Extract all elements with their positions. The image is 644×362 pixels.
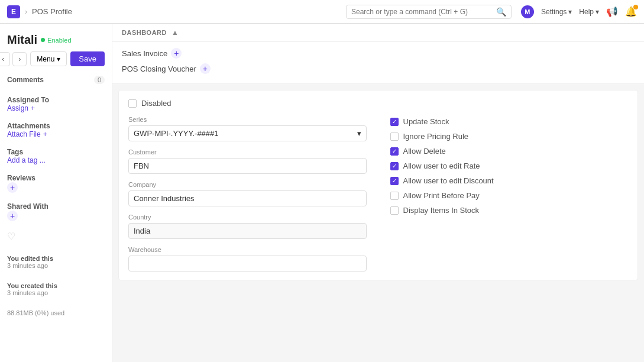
page-title: Mitali [7, 33, 37, 47]
disabled-checkbox[interactable] [128, 99, 137, 108]
search-icon: 🔍 [496, 7, 506, 17]
dashboard-chevron-icon[interactable]: ▲ [171, 28, 179, 37]
assign-link[interactable]: Assign + [7, 104, 105, 112]
sales-invoice-label: Sales Invoice [122, 49, 167, 58]
avatar: M [521, 5, 534, 18]
checkbox-0[interactable]: ✓ [390, 118, 399, 126]
check-icon: ✓ [392, 118, 397, 125]
bell-icon[interactable]: 🔔 [625, 6, 637, 17]
checkbox-label-5: Allow Print Before Pay [403, 191, 480, 200]
app-logo: E [7, 5, 20, 18]
dashboard-title: DASHBOARD [122, 29, 167, 36]
shared-with-label: Shared With [7, 202, 105, 211]
company-input[interactable] [128, 190, 367, 206]
like-button[interactable]: ♡ [7, 231, 105, 242]
menu-chevron-icon: ▾ [57, 55, 60, 63]
disabled-label: Disabled [141, 99, 171, 108]
assign-plus-icon: + [31, 104, 35, 112]
add-tag-link[interactable]: Add a tag ... [7, 156, 105, 164]
checkbox-item: ✓Allow Delete [390, 147, 629, 156]
sales-invoice-card[interactable]: Sales Invoice + [122, 48, 635, 59]
form-grid: Series GWP-MPI-.YYYY.-####1 ▾ Customer C… [128, 116, 628, 272]
create-meta: You created this 3 minutes ago [7, 282, 105, 296]
shared-with-add-button[interactable]: + [7, 211, 18, 221]
sidebar: Mitali Enabled 🖨 ‹ › Menu ▾ Save [0, 24, 112, 362]
edit-meta: You edited this 3 minutes ago [7, 255, 105, 269]
save-button[interactable]: Save [70, 51, 105, 66]
pos-closing-voucher-add-button[interactable]: + [200, 63, 211, 74]
check-icon: ✓ [392, 163, 397, 169]
reviews-add-button[interactable]: + [7, 182, 18, 193]
megaphone-icon: 📢 [606, 6, 618, 17]
help-button[interactable]: Help ▾ [579, 8, 599, 16]
content-area: DASHBOARD ▲ Sales Invoice + POS Closing … [112, 24, 644, 362]
series-select[interactable]: GWP-MPI-.YYYY.-####1 ▾ [128, 125, 367, 141]
series-chevron-icon: ▾ [357, 129, 361, 138]
dashboard-cards: Sales Invoice + POS Closing Voucher + [112, 42, 644, 84]
company-group: Company [128, 181, 367, 206]
status-dot [41, 38, 45, 42]
help-chevron-icon: ▾ [596, 8, 599, 16]
assigned-to-section: Assigned To Assign + [7, 96, 105, 112]
checkbox-item: ✓Update Stock [390, 117, 629, 126]
checkbox-4[interactable]: ✓ [390, 177, 399, 185]
nav-right-arrow[interactable]: › [12, 52, 27, 66]
settings-chevron-icon: ▾ [568, 8, 572, 16]
customer-label: Customer [128, 148, 367, 156]
country-label: Country [128, 214, 367, 221]
tags-section: Tags Add a tag ... [7, 148, 105, 164]
search-bar[interactable]: 🔍 [346, 5, 512, 19]
settings-button[interactable]: Settings ▾ [541, 8, 572, 16]
comments-label: Comments [7, 76, 44, 84]
checkbox-label-2: Allow Delete [403, 147, 446, 156]
warehouse-label: Warehouse [128, 246, 367, 253]
storage-info: 88.81MB (0%) used [7, 309, 105, 316]
checkbox-1[interactable] [390, 132, 399, 141]
form-section: Disabled Series GWP-MPI-.YYYY.-####1 ▾ C… [118, 90, 638, 280]
breadcrumb-chevron: › [25, 8, 27, 16]
pos-closing-voucher-card[interactable]: POS Closing Voucher + [122, 63, 635, 74]
comments-section: Comments 0 [7, 76, 105, 86]
checkbox-6[interactable] [390, 206, 399, 215]
company-label: Company [128, 181, 367, 188]
checkbox-label-3: Allow user to edit Rate [403, 161, 480, 170]
checkbox-label-1: Ignore Pricing Rule [403, 132, 469, 141]
menu-button[interactable]: Menu ▾ [30, 51, 67, 66]
checkbox-item: ✓Allow user to edit Discount [390, 176, 629, 185]
checkbox-2[interactable]: ✓ [390, 147, 399, 156]
checkbox-label-0: Update Stock [403, 117, 449, 126]
checkbox-3[interactable]: ✓ [390, 162, 399, 170]
checkbox-label-6: Display Items In Stock [403, 206, 480, 215]
checkbox-group: ✓Update StockIgnore Pricing Rule✓Allow D… [390, 116, 629, 272]
checkbox-item: Ignore Pricing Rule [390, 132, 629, 141]
attach-plus-icon: + [43, 130, 47, 138]
status-badge: Enabled [41, 37, 71, 44]
customer-input[interactable] [128, 158, 367, 174]
warehouse-group: Warehouse [128, 246, 367, 272]
check-icon: ✓ [392, 177, 397, 184]
series-group: Series GWP-MPI-.YYYY.-####1 ▾ [128, 116, 367, 141]
page-breadcrumb: POS Profile [32, 7, 72, 16]
attach-file-link[interactable]: Attach File + [7, 130, 105, 138]
attachments-section: Attachments Attach File + [7, 122, 105, 138]
nav-left-arrow[interactable]: ‹ [0, 52, 10, 66]
pos-closing-voucher-label: POS Closing Voucher [122, 64, 196, 73]
country-group: Country India [128, 214, 367, 239]
sales-invoice-add-button[interactable]: + [171, 48, 182, 59]
shared-with-section: Shared With + [7, 202, 105, 221]
reviews-section: Reviews + [7, 174, 105, 193]
checkbox-item: Allow Print Before Pay [390, 191, 629, 200]
topbar-actions: M Settings ▾ Help ▾ 📢 🔔 [521, 5, 637, 18]
comments-count: 0 [94, 76, 105, 84]
check-icon: ✓ [392, 148, 397, 154]
checkbox-item: ✓Allow user to edit Rate [390, 161, 629, 170]
assigned-to-label: Assigned To [7, 96, 105, 104]
warehouse-input[interactable] [128, 256, 367, 272]
attachments-label: Attachments [7, 122, 105, 130]
checkbox-item: Display Items In Stock [390, 206, 629, 215]
main-layout: Mitali Enabled 🖨 ‹ › Menu ▾ Save [0, 24, 644, 362]
search-input[interactable] [351, 8, 493, 16]
dashboard-header: DASHBOARD ▲ [112, 24, 644, 42]
country-value: India [128, 223, 367, 239]
checkbox-5[interactable] [390, 192, 399, 200]
